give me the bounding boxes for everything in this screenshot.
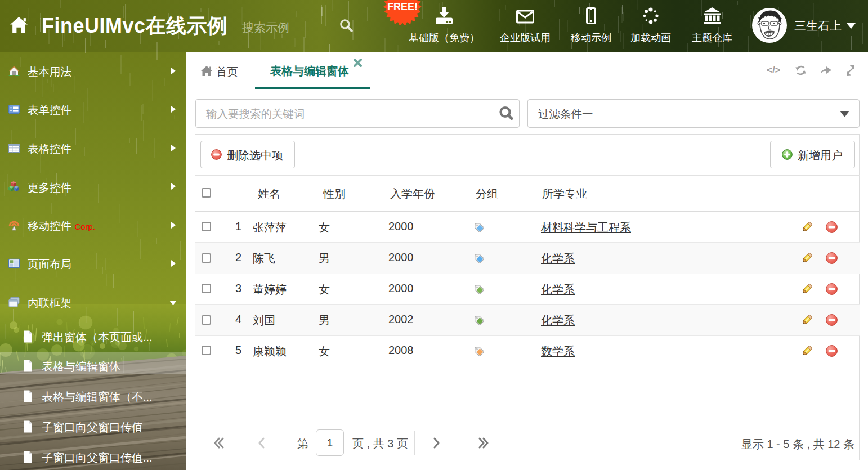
svg-text:FREE!: FREE! [387, 1, 418, 12]
svg-text:</>: </> [767, 65, 780, 75]
